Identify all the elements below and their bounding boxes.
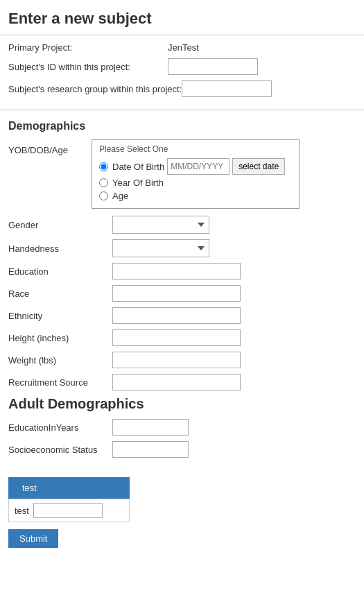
primary-project-value: JenTest [168,42,199,53]
height-label: Height (inches) [8,333,112,343]
year-of-birth-label: Year Of Birth [112,178,164,188]
handedness-select[interactable] [112,239,209,257]
recruitment-label: Recruitment Source [8,377,112,388]
socioeconomic-label: Socioeconomic Status [8,445,112,455]
weight-input[interactable] [112,352,241,368]
date-input[interactable] [167,158,229,175]
please-select-label: Please Select One [99,144,292,154]
race-label: Race [8,289,112,299]
test-row-label: test [15,506,29,516]
subject-group-label: Subject's research group within this pro… [8,84,182,94]
education-years-input[interactable] [112,419,189,436]
education-input[interactable] [112,263,241,280]
socioeconomic-input[interactable] [112,441,189,458]
ethnicity-label: Ethnicity [8,311,112,321]
recruitment-input[interactable] [112,374,241,390]
subject-id-label: Subject's ID within this project: [8,62,168,72]
ethnicity-input[interactable] [112,307,241,324]
subject-id-input[interactable] [168,58,258,75]
race-input[interactable] [112,285,241,302]
weight-label: Weight (lbs) [8,355,112,366]
select-date-button[interactable]: select date [232,158,285,175]
year-of-birth-radio[interactable] [99,178,108,187]
yob-dob-label: YOB/DOB/Age [8,139,92,155]
education-label: Education [8,266,112,277]
submit-button[interactable]: Submit [8,529,58,548]
age-radio[interactable] [99,191,108,200]
education-years-label: EducationInYears [8,422,112,433]
gender-label: Gender [8,220,112,230]
demographics-title: Demographics [8,120,356,132]
handedness-label: Handedness [8,243,112,254]
primary-project-label: Primary Project: [8,42,168,53]
gender-select[interactable] [112,216,209,234]
date-of-birth-label: Date Of Birth [112,162,164,172]
test-tab-button[interactable]: test [8,477,130,499]
page-title: Enter a new subject [0,0,364,35]
test-row-input[interactable] [33,503,103,518]
date-of-birth-radio[interactable] [99,162,108,171]
adult-demographics-title: Adult Demographics [8,396,356,412]
height-input[interactable] [112,329,241,346]
age-label: Age [112,191,128,201]
subject-group-input[interactable] [182,80,272,97]
